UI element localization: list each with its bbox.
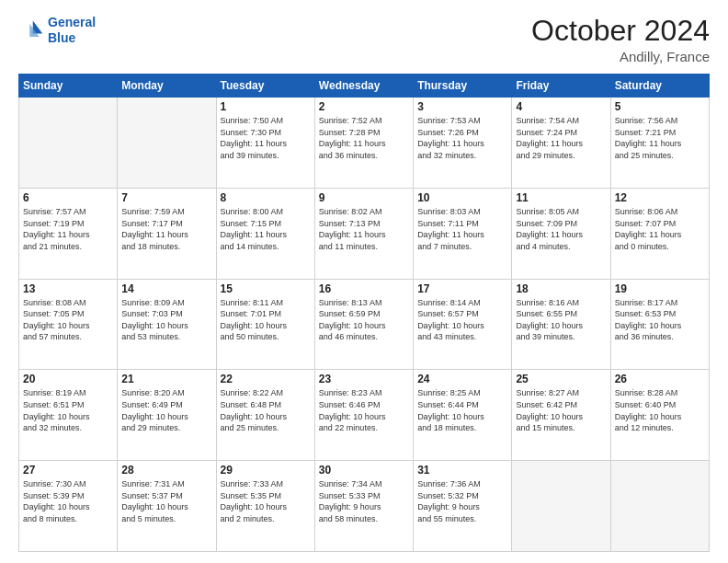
day-number: 2 <box>319 100 409 113</box>
day-content: Sunrise: 7:54 AM Sunset: 7:24 PM Dayligh… <box>516 115 606 161</box>
day-content: Sunrise: 8:11 AM Sunset: 7:01 PM Dayligh… <box>221 297 311 343</box>
day-content: Sunrise: 8:02 AM Sunset: 7:13 PM Dayligh… <box>319 206 409 252</box>
day-number: 22 <box>221 373 311 385</box>
calendar-cell: 21Sunrise: 8:20 AM Sunset: 6:49 PM Dayli… <box>118 370 216 461</box>
calendar-week-5: 27Sunrise: 7:30 AM Sunset: 5:39 PM Dayli… <box>19 461 710 552</box>
day-content: Sunrise: 8:27 AM Sunset: 6:42 PM Dayligh… <box>516 387 606 433</box>
day-content: Sunrise: 8:08 AM Sunset: 7:05 PM Dayligh… <box>23 297 113 343</box>
day-header-saturday: Saturday <box>610 75 709 98</box>
day-number: 5 <box>615 100 705 113</box>
logo-icon <box>18 17 44 43</box>
day-header-wednesday: Wednesday <box>314 75 413 98</box>
logo-general: General <box>48 15 96 29</box>
day-content: Sunrise: 7:59 AM Sunset: 7:17 PM Dayligh… <box>121 206 211 252</box>
day-content: Sunrise: 8:00 AM Sunset: 7:15 PM Dayligh… <box>221 206 311 252</box>
calendar-cell: 3Sunrise: 7:53 AM Sunset: 7:26 PM Daylig… <box>414 98 512 189</box>
day-number: 12 <box>615 191 705 204</box>
calendar-cell: 31Sunrise: 7:36 AM Sunset: 5:32 PM Dayli… <box>414 461 512 552</box>
calendar-cell: 2Sunrise: 7:52 AM Sunset: 7:28 PM Daylig… <box>314 98 413 189</box>
day-content: Sunrise: 7:30 AM Sunset: 5:39 PM Dayligh… <box>23 478 113 524</box>
day-number: 20 <box>23 373 113 385</box>
calendar-cell <box>19 98 118 189</box>
calendar-cell: 7Sunrise: 7:59 AM Sunset: 7:17 PM Daylig… <box>118 188 216 279</box>
calendar-cell <box>118 98 216 189</box>
calendar-cell: 1Sunrise: 7:50 AM Sunset: 7:30 PM Daylig… <box>216 98 314 189</box>
day-content: Sunrise: 8:28 AM Sunset: 6:40 PM Dayligh… <box>615 387 705 433</box>
logo-blue: Blue <box>48 30 75 45</box>
day-content: Sunrise: 7:36 AM Sunset: 5:32 PM Dayligh… <box>417 478 507 524</box>
calendar-header-row: SundayMondayTuesdayWednesdayThursdayFrid… <box>19 75 710 98</box>
day-number: 14 <box>121 282 211 295</box>
day-content: Sunrise: 8:14 AM Sunset: 6:57 PM Dayligh… <box>417 297 507 343</box>
calendar-cell: 11Sunrise: 8:05 AM Sunset: 7:09 PM Dayli… <box>512 188 610 279</box>
calendar-week-4: 20Sunrise: 8:19 AM Sunset: 6:51 PM Dayli… <box>19 370 710 461</box>
day-number: 17 <box>417 282 507 295</box>
day-number: 23 <box>319 373 409 385</box>
calendar-cell: 15Sunrise: 8:11 AM Sunset: 7:01 PM Dayli… <box>216 279 314 370</box>
calendar-cell: 5Sunrise: 7:56 AM Sunset: 7:21 PM Daylig… <box>610 98 709 189</box>
calendar-cell: 16Sunrise: 8:13 AM Sunset: 6:59 PM Dayli… <box>314 279 413 370</box>
day-content: Sunrise: 7:56 AM Sunset: 7:21 PM Dayligh… <box>615 115 705 161</box>
day-content: Sunrise: 7:53 AM Sunset: 7:26 PM Dayligh… <box>417 115 507 161</box>
day-content: Sunrise: 8:17 AM Sunset: 6:53 PM Dayligh… <box>615 297 705 343</box>
day-content: Sunrise: 7:57 AM Sunset: 7:19 PM Dayligh… <box>23 206 113 252</box>
day-number: 3 <box>417 100 507 113</box>
day-content: Sunrise: 8:03 AM Sunset: 7:11 PM Dayligh… <box>417 206 507 252</box>
day-content: Sunrise: 8:13 AM Sunset: 6:59 PM Dayligh… <box>319 297 409 343</box>
day-content: Sunrise: 8:23 AM Sunset: 6:46 PM Dayligh… <box>319 387 409 433</box>
day-header-friday: Friday <box>512 75 610 98</box>
logo: General Blue <box>18 15 96 46</box>
calendar-cell: 14Sunrise: 8:09 AM Sunset: 7:03 PM Dayli… <box>118 279 216 370</box>
calendar-week-2: 6Sunrise: 7:57 AM Sunset: 7:19 PM Daylig… <box>19 188 710 279</box>
calendar-week-1: 1Sunrise: 7:50 AM Sunset: 7:30 PM Daylig… <box>19 98 710 189</box>
day-number: 26 <box>615 373 705 385</box>
calendar-cell: 20Sunrise: 8:19 AM Sunset: 6:51 PM Dayli… <box>19 370 118 461</box>
day-number: 9 <box>319 191 409 204</box>
day-number: 15 <box>221 282 311 295</box>
day-number: 18 <box>516 282 606 295</box>
day-number: 24 <box>417 373 507 385</box>
day-content: Sunrise: 7:50 AM Sunset: 7:30 PM Dayligh… <box>221 115 311 161</box>
calendar-cell: 12Sunrise: 8:06 AM Sunset: 7:07 PM Dayli… <box>610 188 709 279</box>
calendar-cell: 10Sunrise: 8:03 AM Sunset: 7:11 PM Dayli… <box>414 188 512 279</box>
calendar-cell: 4Sunrise: 7:54 AM Sunset: 7:24 PM Daylig… <box>512 98 610 189</box>
day-content: Sunrise: 8:16 AM Sunset: 6:55 PM Dayligh… <box>516 297 606 343</box>
day-number: 11 <box>516 191 606 204</box>
calendar-cell <box>610 461 709 552</box>
month-title: October 2024 <box>531 15 710 47</box>
day-number: 28 <box>121 464 211 477</box>
day-content: Sunrise: 8:06 AM Sunset: 7:07 PM Dayligh… <box>615 206 705 252</box>
day-number: 10 <box>417 191 507 204</box>
calendar-week-3: 13Sunrise: 8:08 AM Sunset: 7:05 PM Dayli… <box>19 279 710 370</box>
location: Andilly, France <box>531 49 710 64</box>
calendar-cell: 18Sunrise: 8:16 AM Sunset: 6:55 PM Dayli… <box>512 279 610 370</box>
calendar-cell: 29Sunrise: 7:33 AM Sunset: 5:35 PM Dayli… <box>216 461 314 552</box>
title-block: October 2024 Andilly, France <box>531 15 710 64</box>
day-number: 13 <box>23 282 113 295</box>
calendar-cell: 26Sunrise: 8:28 AM Sunset: 6:40 PM Dayli… <box>610 370 709 461</box>
header: General Blue October 2024 Andilly, Franc… <box>18 15 710 64</box>
day-number: 6 <box>23 191 113 204</box>
day-content: Sunrise: 8:25 AM Sunset: 6:44 PM Dayligh… <box>417 387 507 433</box>
page: General Blue October 2024 Andilly, Franc… <box>0 0 728 563</box>
calendar-cell: 25Sunrise: 8:27 AM Sunset: 6:42 PM Dayli… <box>512 370 610 461</box>
day-header-monday: Monday <box>118 75 216 98</box>
day-number: 25 <box>516 373 606 385</box>
calendar-cell: 23Sunrise: 8:23 AM Sunset: 6:46 PM Dayli… <box>314 370 413 461</box>
day-number: 29 <box>221 464 311 477</box>
calendar-cell: 28Sunrise: 7:31 AM Sunset: 5:37 PM Dayli… <box>118 461 216 552</box>
day-number: 30 <box>319 464 409 477</box>
calendar-cell: 17Sunrise: 8:14 AM Sunset: 6:57 PM Dayli… <box>414 279 512 370</box>
day-content: Sunrise: 8:09 AM Sunset: 7:03 PM Dayligh… <box>121 297 211 343</box>
calendar-cell <box>512 461 610 552</box>
calendar-cell: 27Sunrise: 7:30 AM Sunset: 5:39 PM Dayli… <box>19 461 118 552</box>
calendar-cell: 22Sunrise: 8:22 AM Sunset: 6:48 PM Dayli… <box>216 370 314 461</box>
day-content: Sunrise: 7:31 AM Sunset: 5:37 PM Dayligh… <box>121 478 211 524</box>
day-content: Sunrise: 7:34 AM Sunset: 5:33 PM Dayligh… <box>319 478 409 524</box>
day-content: Sunrise: 7:52 AM Sunset: 7:28 PM Dayligh… <box>319 115 409 161</box>
day-header-tuesday: Tuesday <box>216 75 314 98</box>
day-number: 19 <box>615 282 705 295</box>
day-content: Sunrise: 8:05 AM Sunset: 7:09 PM Dayligh… <box>516 206 606 252</box>
calendar-cell: 8Sunrise: 8:00 AM Sunset: 7:15 PM Daylig… <box>216 188 314 279</box>
calendar-cell: 6Sunrise: 7:57 AM Sunset: 7:19 PM Daylig… <box>19 188 118 279</box>
